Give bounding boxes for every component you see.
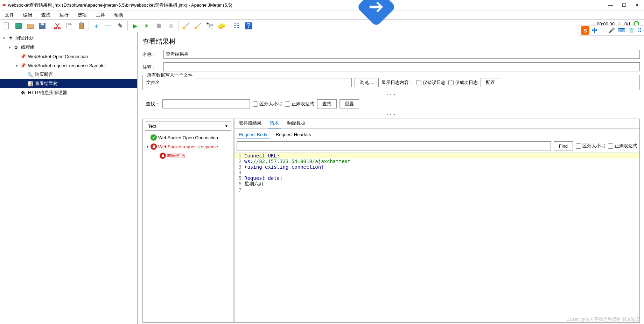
add-icon[interactable]: ＋ bbox=[91, 21, 102, 31]
config-icon: 🛠 bbox=[20, 89, 27, 96]
app-icon: ✒ bbox=[2, 2, 7, 8]
toolbar: ＋ — ✎ ▶ ⏵ ⏹ ⊘ 🧹 🧹 🔭 🧽 ☷ ? 00:00:00 ⚠ 0/1 bbox=[0, 20, 644, 32]
menu-bar: 文件 编辑 查找 运行 选项 工具 帮助 bbox=[0, 10, 644, 20]
ime-mic-icon[interactable]: 🎤 bbox=[608, 27, 615, 34]
cut-icon[interactable] bbox=[52, 21, 63, 31]
page-title: 查看结果树 bbox=[142, 37, 640, 46]
browse-button[interactable]: 浏览… bbox=[355, 78, 379, 87]
ime-keyboard-icon[interactable]: ⌨ bbox=[618, 27, 625, 34]
search-button[interactable]: 查找 bbox=[317, 99, 337, 108]
results-icon: 📊 bbox=[27, 80, 34, 87]
comment-label: 注释： bbox=[142, 63, 161, 70]
tree-test-plan[interactable]: ▾⚗测试计划 bbox=[0, 34, 137, 43]
start-notimers-icon[interactable]: ⏵ bbox=[142, 21, 152, 31]
errors-only-checkbox[interactable]: 仅错误日志 bbox=[416, 79, 446, 86]
case-checkbox[interactable]: 区分大小写 bbox=[253, 101, 282, 107]
new-icon[interactable] bbox=[1, 21, 12, 31]
svg-point-5 bbox=[58, 27, 61, 29]
ime-skin-icon[interactable]: 👕 bbox=[628, 27, 635, 34]
sampler-icon: 📌 bbox=[20, 53, 27, 60]
result-detail-panel: 取样器结果 请求 响应数据 Request Body Request Heade… bbox=[234, 119, 639, 322]
stop-icon[interactable]: ⏹ bbox=[154, 21, 164, 31]
paste-icon[interactable] bbox=[76, 21, 86, 31]
subtab-request-headers[interactable]: Request Headers bbox=[274, 131, 313, 139]
minimize-button[interactable]: — bbox=[608, 2, 613, 8]
test-plan-tree[interactable]: ▾⚗测试计划 ▾⚙线程组 📌WebSocket Open Connection … bbox=[0, 32, 138, 324]
shutdown-icon[interactable]: ⊘ bbox=[166, 21, 176, 31]
reset-button[interactable]: 重置 bbox=[340, 99, 359, 108]
sogou-logo-icon: S bbox=[581, 26, 589, 35]
find-case-checkbox[interactable]: 区分大小写 bbox=[576, 143, 605, 149]
ime-punct[interactable]: ， bbox=[600, 27, 606, 34]
save-icon[interactable] bbox=[37, 21, 48, 31]
request-subtabs: Request Body Request Headers bbox=[234, 129, 639, 139]
tree-thread-group[interactable]: ▾⚙线程组 bbox=[0, 43, 137, 52]
search-fieldset: 查找： 区分大小写 正则表达式 查找 重置 bbox=[142, 97, 640, 111]
copy-icon[interactable] bbox=[64, 21, 75, 31]
filename-input[interactable] bbox=[163, 78, 352, 87]
find-button[interactable]: Find bbox=[554, 141, 573, 150]
ime-menu-icon[interactable]: ⠿ bbox=[638, 27, 642, 34]
svg-rect-9 bbox=[80, 22, 82, 23]
search-input[interactable] bbox=[162, 99, 250, 108]
flask-icon: ⚗ bbox=[7, 35, 14, 42]
tab-sampler-result[interactable]: 取样器结果 bbox=[237, 119, 264, 128]
menu-file[interactable]: 文件 bbox=[1, 11, 18, 19]
divider-icon: • • • bbox=[142, 92, 640, 96]
tab-response-data[interactable]: 响应数据 bbox=[285, 119, 308, 128]
remove-icon[interactable]: — bbox=[103, 21, 113, 31]
svg-rect-1 bbox=[16, 23, 22, 28]
gear-icon: ⚙ bbox=[13, 44, 20, 51]
clear-all-icon[interactable]: 🧹 bbox=[192, 21, 203, 31]
maximize-button[interactable]: ☐ bbox=[622, 2, 626, 8]
request-body-viewer[interactable]: 1Connect URL: 2ws://82.157.123.54:9010/a… bbox=[234, 153, 639, 322]
find-input[interactable] bbox=[237, 141, 551, 150]
subtab-request-body[interactable]: Request Body bbox=[237, 131, 270, 139]
regex-checkbox[interactable]: 正则表达式 bbox=[285, 101, 314, 107]
tree-view-results[interactable]: 📊查看结果树 bbox=[0, 79, 137, 88]
menu-help[interactable]: 帮助 bbox=[111, 11, 127, 19]
help-icon[interactable]: ? bbox=[243, 21, 254, 31]
svg-rect-3 bbox=[41, 23, 44, 25]
wand-icon[interactable]: ✎ bbox=[115, 21, 125, 31]
menu-run[interactable]: 运行 bbox=[56, 11, 72, 19]
ime-lang[interactable]: 中 bbox=[592, 27, 597, 34]
close-button[interactable]: ✕ bbox=[635, 2, 639, 8]
search-label: 查找： bbox=[146, 101, 160, 107]
menu-edit[interactable]: 编辑 bbox=[20, 11, 36, 19]
menu-options[interactable]: 选项 bbox=[74, 11, 90, 19]
open-icon[interactable] bbox=[25, 21, 36, 31]
watermark: CSDN @东方不败之鸭梨的测试笔记 bbox=[566, 316, 640, 323]
function-helper-icon[interactable]: ☷ bbox=[231, 21, 242, 31]
error-icon: ✖ bbox=[150, 143, 157, 150]
svg-rect-7 bbox=[68, 24, 72, 29]
name-input[interactable] bbox=[163, 50, 640, 59]
main-panel: 查看结果树 名称： 注释： 所有数据写入一个文件 文件名 浏览… 显示日志内容：… bbox=[138, 32, 644, 324]
menu-tools[interactable]: 工具 bbox=[92, 11, 108, 19]
tab-request[interactable]: 请求 bbox=[268, 119, 281, 128]
success-only-checkbox[interactable]: 仅成功日志 bbox=[448, 79, 478, 86]
ime-toolbar[interactable]: S 中 ， 🎤 ⌨ 👕 ⠿ bbox=[579, 25, 644, 36]
start-icon[interactable]: ▶ bbox=[130, 21, 140, 31]
tree-assertion[interactable]: 🔍响应断言 bbox=[0, 70, 137, 79]
tree-ws-request[interactable]: ▾📌WebSocket request-response Sampler bbox=[0, 61, 137, 70]
file-label: 文件名 bbox=[146, 79, 160, 86]
search-icon[interactable]: 🔭 bbox=[204, 21, 215, 31]
clear-icon[interactable]: 🧹 bbox=[181, 21, 191, 31]
find-regex-checkbox[interactable]: 正则表达式 bbox=[608, 143, 637, 149]
svg-rect-8 bbox=[79, 23, 84, 29]
reset-search-icon[interactable]: 🧽 bbox=[216, 21, 227, 31]
config-button[interactable]: 配置 bbox=[481, 78, 500, 87]
comment-input[interactable] bbox=[163, 62, 640, 71]
showlog-label: 显示日志内容： bbox=[382, 79, 413, 86]
templates-icon[interactable] bbox=[13, 21, 24, 31]
render-type-select[interactable]: Text▼ bbox=[145, 121, 231, 131]
tree-ws-open[interactable]: 📌WebSocket Open Connection bbox=[0, 52, 137, 61]
result-tabs: 取样器结果 请求 响应数据 bbox=[234, 119, 639, 129]
result-ws-open[interactable]: ✔WebSocket Open Connection bbox=[143, 133, 233, 142]
menu-search[interactable]: 查找 bbox=[38, 11, 54, 19]
tree-header-manager[interactable]: 🛠HTTP信息头管理器 bbox=[0, 88, 137, 97]
result-ws-request[interactable]: ▾✖WebSocket request-response bbox=[143, 142, 233, 151]
error-icon: ✖ bbox=[160, 153, 166, 159]
result-assertion[interactable]: ✖响应断言 bbox=[143, 151, 233, 160]
